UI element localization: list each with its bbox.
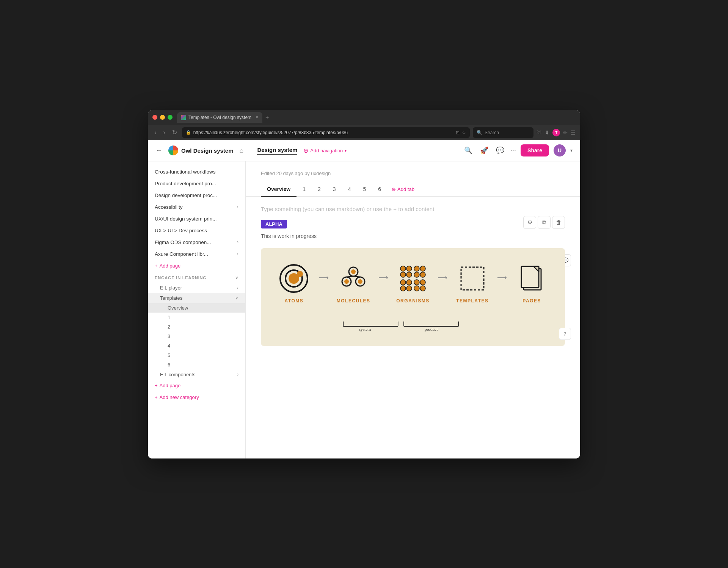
tab-3[interactable]: 3 bbox=[327, 182, 342, 197]
alpha-block: ⚙ ⧉ 🗑 ALPHA This is work in progress bbox=[261, 220, 565, 239]
menu-icon[interactable]: ☰ bbox=[571, 130, 576, 136]
sidebar-item-eil-player[interactable]: EIL player › bbox=[148, 283, 245, 293]
add-tab-button[interactable]: ⊕ Add tab bbox=[387, 183, 419, 196]
svg-point-9 bbox=[358, 279, 362, 284]
maximize-button[interactable] bbox=[168, 115, 173, 120]
search-button[interactable]: 🔍 bbox=[463, 145, 474, 156]
sidebar-item-product-dev[interactable]: Product development pro... bbox=[148, 178, 245, 189]
rocket-button[interactable]: 🚀 bbox=[479, 145, 490, 156]
reader-icon[interactable]: ⊡ bbox=[456, 130, 460, 135]
sidebar-subitem-4[interactable]: 4 bbox=[148, 341, 245, 351]
refresh-button[interactable]: ↻ bbox=[170, 128, 179, 137]
content-area: Edited 20 days ago by uxdesign Overview … bbox=[246, 161, 580, 458]
download-icon[interactable]: ⬇ bbox=[545, 130, 549, 136]
add-page-button-2[interactable]: + Add page bbox=[148, 380, 245, 391]
tab-5[interactable]: 5 bbox=[357, 182, 372, 197]
sidebar-item-templates[interactable]: Templates ∨ bbox=[148, 293, 245, 303]
sidebar-item-design-dev[interactable]: Design development proc... bbox=[148, 189, 245, 201]
home-button[interactable]: ⌂ bbox=[240, 147, 244, 155]
active-tab[interactable]: Templates - Owl design system ✕ bbox=[177, 112, 262, 123]
sidebar-item-label: Accessibility bbox=[155, 204, 237, 210]
svg-point-21 bbox=[406, 280, 412, 285]
search-placeholder: Search bbox=[485, 130, 499, 135]
sidebar-item-label: Figma ODS componen... bbox=[155, 239, 237, 245]
new-tab-button[interactable]: + bbox=[265, 114, 269, 121]
tab-6[interactable]: 6 bbox=[372, 182, 387, 197]
sidebar-subitem-5[interactable]: 5 bbox=[148, 351, 245, 360]
edit-icon[interactable]: ✏ bbox=[563, 130, 568, 136]
add-page-label: Add page bbox=[160, 383, 181, 388]
address-bar[interactable]: 🔒 https://kallidus.zeroheight.com/styleg… bbox=[182, 127, 470, 138]
help-button[interactable]: ? bbox=[559, 328, 571, 340]
sidebar-item-axure[interactable]: Axure Component libr... › bbox=[148, 248, 245, 260]
tab-close-icon[interactable]: ✕ bbox=[255, 115, 259, 120]
atoms-icon bbox=[279, 263, 309, 294]
arrow-1: ⟶ bbox=[319, 274, 329, 282]
tab-1[interactable]: 1 bbox=[297, 182, 312, 197]
alpha-badge: ALPHA bbox=[261, 220, 287, 228]
user-menu-chevron[interactable]: ▾ bbox=[570, 148, 573, 153]
avatar[interactable]: U bbox=[554, 144, 566, 156]
sidebar-item-label: EIL components bbox=[160, 372, 195, 377]
chevron-down-icon: ▾ bbox=[345, 149, 347, 153]
sidebar-item-ux-ui-dev[interactable]: UX > UI > Dev process bbox=[148, 225, 245, 236]
minimize-button[interactable] bbox=[160, 115, 165, 120]
atomic-design-diagram: ATOMS ⟶ bbox=[261, 248, 565, 346]
molecules-icon bbox=[338, 263, 369, 294]
sidebar-subitem-3[interactable]: 3 bbox=[148, 332, 245, 341]
forward-button[interactable]: › bbox=[161, 128, 167, 137]
sidebar-subitem-2[interactable]: 2 bbox=[148, 322, 245, 332]
plus-icon: + bbox=[155, 383, 158, 388]
templates-label: TEMPLATES bbox=[456, 298, 488, 304]
section-header-eil[interactable]: ENGAGE IN LEARNING ∨ bbox=[148, 272, 245, 283]
add-category-button[interactable]: + Add new category bbox=[148, 391, 245, 403]
arrow-4: ⟶ bbox=[497, 274, 507, 282]
app-name: Owl Design system bbox=[181, 147, 234, 154]
main-layout: Cross-functional workflows Product devel… bbox=[148, 161, 580, 458]
close-button[interactable] bbox=[152, 115, 157, 120]
bookmark-icon[interactable]: ☆ bbox=[462, 130, 466, 135]
sidebar-subitem-overview[interactable]: Overview bbox=[148, 303, 245, 313]
app-back-button[interactable]: ← bbox=[155, 147, 162, 155]
design-system-nav[interactable]: Design system bbox=[257, 147, 297, 155]
tab-2[interactable]: 2 bbox=[312, 182, 327, 197]
block-settings-button[interactable]: ⚙ bbox=[523, 216, 536, 229]
comment-button[interactable]: 💬 bbox=[494, 145, 506, 156]
add-category-label: Add new category bbox=[160, 394, 199, 400]
wip-text: This is work in progress bbox=[261, 233, 565, 239]
add-page-button-1[interactable]: + Add page bbox=[148, 260, 245, 272]
add-navigation-button[interactable]: ⊕ Add navigation ▾ bbox=[303, 147, 347, 154]
content-placeholder[interactable]: Type something (you can use markdown) or… bbox=[261, 206, 565, 212]
sidebar-subitem-label: 5 bbox=[168, 352, 170, 358]
svg-point-17 bbox=[406, 272, 412, 277]
page-header: Edited 20 days ago by uxdesign bbox=[246, 161, 580, 176]
back-button[interactable]: ‹ bbox=[152, 128, 158, 137]
sidebar-item-cross-functional[interactable]: Cross-functional workflows bbox=[148, 166, 245, 178]
sidebar-item-uxui[interactable]: UX/UI design system prin... bbox=[148, 213, 245, 225]
share-button[interactable]: Share bbox=[521, 144, 549, 156]
browser-search[interactable]: 🔍 Search bbox=[473, 127, 533, 138]
block-copy-button[interactable]: ⧉ bbox=[538, 216, 551, 229]
tab-favicon bbox=[181, 115, 186, 120]
block-delete-button[interactable]: 🗑 bbox=[552, 216, 565, 229]
shield-extension-icon[interactable]: 🛡 bbox=[537, 130, 542, 136]
organisms-label: ORGANISMS bbox=[396, 298, 430, 304]
chevron-right-icon: › bbox=[237, 285, 238, 290]
sidebar-item-eil-components[interactable]: EIL components › bbox=[148, 369, 245, 380]
sidebar-item-accessibility[interactable]: Accessibility › bbox=[148, 201, 245, 213]
sidebar-item-label: Design development proc... bbox=[155, 192, 238, 198]
security-icon: 🔒 bbox=[186, 130, 191, 135]
svg-point-16 bbox=[400, 272, 406, 277]
tab-4[interactable]: 4 bbox=[342, 182, 357, 197]
more-options-button[interactable]: ··· bbox=[510, 147, 516, 155]
app-header: ← Owl Design system ⌂ Design system ⊕ Ad… bbox=[148, 140, 580, 161]
traffic-lights bbox=[152, 115, 173, 120]
sidebar-item-figma[interactable]: Figma ODS componen... › bbox=[148, 236, 245, 248]
sidebar-subitem-6[interactable]: 6 bbox=[148, 360, 245, 369]
svg-point-18 bbox=[414, 272, 419, 277]
profile-icon[interactable]: T bbox=[552, 129, 560, 136]
tab-overview[interactable]: Overview bbox=[261, 182, 297, 197]
svg-point-14 bbox=[414, 266, 419, 271]
app-logo bbox=[168, 146, 178, 155]
sidebar-subitem-1[interactable]: 1 bbox=[148, 313, 245, 322]
